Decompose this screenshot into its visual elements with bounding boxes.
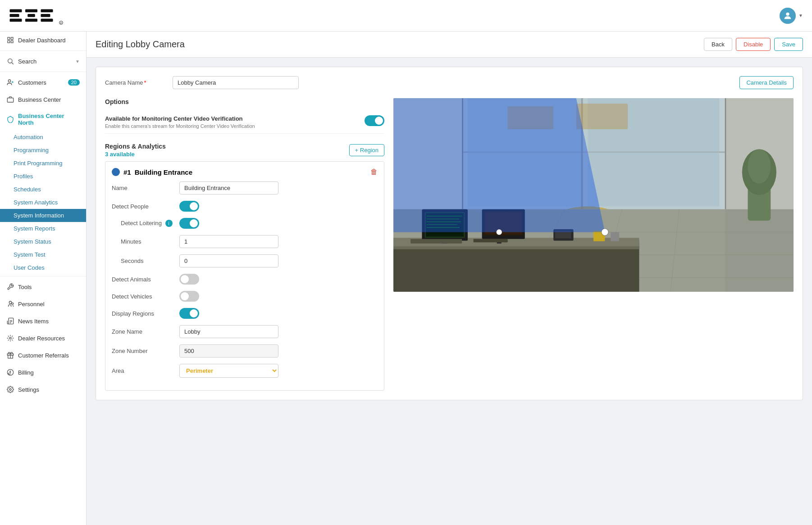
svg-point-20 xyxy=(9,301,11,303)
sidebar-divider-3 xyxy=(0,276,86,276)
save-button[interactable]: Save xyxy=(774,38,803,51)
sidebar-item-tools[interactable]: Tools xyxy=(0,278,86,295)
sidebar-item-news-items[interactable]: News Items xyxy=(0,312,86,330)
back-button[interactable]: Back xyxy=(704,38,732,51)
svg-point-78 xyxy=(602,229,608,235)
detect-people-slider xyxy=(179,201,199,212)
user-avatar xyxy=(780,8,796,24)
svg-rect-2 xyxy=(10,18,22,22)
detect-people-row: Detect People xyxy=(112,201,378,212)
detect-loitering-label-text: Detect Loitering xyxy=(121,220,162,226)
regions-header: Regions & Analytics 3 available + Region xyxy=(105,143,384,158)
display-regions-toggle[interactable] xyxy=(179,308,199,319)
detect-loitering-toggle[interactable] xyxy=(179,218,199,229)
svg-rect-12 xyxy=(8,37,10,40)
sidebar-item-dealer-dashboard[interactable]: Dealer Dashboard xyxy=(0,32,86,49)
region-block-1: #1 Building Entrance 🗑 Name xyxy=(105,161,384,391)
options-header: Options xyxy=(105,98,384,105)
submenu-item-user-codes[interactable]: User Codes xyxy=(0,261,86,274)
area-select[interactable]: Perimeter Interior Exterior xyxy=(179,364,278,378)
user-menu[interactable]: ▼ xyxy=(780,8,803,24)
seconds-label: Seconds xyxy=(112,258,175,264)
svg-rect-74 xyxy=(725,98,794,292)
user-chevron-icon: ▼ xyxy=(798,13,803,18)
sidebar-item-personnel[interactable]: Personnel xyxy=(0,295,86,312)
svg-rect-19 xyxy=(7,98,13,102)
camera-name-field-row: Camera Name xyxy=(105,76,299,89)
add-region-button[interactable]: + Region xyxy=(349,144,384,156)
display-regions-label: Display Regions xyxy=(112,310,175,317)
svg-point-24 xyxy=(9,389,11,390)
option1-desc: Enable this camera's stream for Monitori… xyxy=(105,123,255,129)
submenu-item-print-programming[interactable]: Print Programming xyxy=(0,157,86,170)
search-chevron-icon: ▼ xyxy=(75,59,80,64)
sidebar-item-dealer-resources[interactable]: Dealer Resources xyxy=(0,330,86,347)
submenu-item-system-reports[interactable]: System Reports xyxy=(0,222,86,235)
loitering-info-icon[interactable]: i xyxy=(165,220,173,227)
region-delete-icon[interactable]: 🗑 xyxy=(370,168,378,176)
submenu-item-schedules[interactable]: Schedules xyxy=(0,183,86,196)
region-name-input[interactable] xyxy=(179,181,278,195)
settings-icon xyxy=(6,385,14,394)
detect-animals-row: Detect Animals xyxy=(112,274,378,285)
sidebar-item-business-center-north[interactable]: Business Center North xyxy=(0,108,86,131)
zone-name-input[interactable] xyxy=(179,325,278,338)
submenu-item-programming[interactable]: Programming xyxy=(0,144,86,157)
content-card: Camera Name Camera Details Options Avail… xyxy=(96,67,803,400)
svg-rect-36 xyxy=(576,104,628,129)
business-center-north-label: Business Center North xyxy=(18,113,80,126)
regions-section: Regions & Analytics 3 available + Region… xyxy=(105,143,384,391)
settings-label: Settings xyxy=(18,386,39,393)
sidebar-item-customer-referrals[interactable]: Customer Referrals xyxy=(0,347,86,364)
camera-details-button[interactable]: Camera Details xyxy=(739,76,794,89)
personnel-icon xyxy=(6,300,14,308)
seconds-input[interactable] xyxy=(179,254,278,267)
submenu-item-automation[interactable]: Automation xyxy=(0,131,86,144)
personnel-label: Personnel xyxy=(18,301,45,308)
camera-name-input[interactable] xyxy=(173,76,299,89)
svg-point-21 xyxy=(12,303,14,304)
shield-icon xyxy=(6,115,14,123)
detect-people-toggle[interactable] xyxy=(179,201,199,212)
svg-rect-15 xyxy=(11,41,13,43)
option1-toggle[interactable] xyxy=(365,115,384,126)
billing-icon xyxy=(6,368,14,376)
svg-point-16 xyxy=(8,59,12,63)
detect-vehicles-toggle[interactable] xyxy=(179,291,199,302)
svg-marker-75 xyxy=(393,98,605,232)
submenu-item-system-information[interactable]: System Information xyxy=(0,209,86,222)
detect-animals-toggle[interactable] xyxy=(179,274,199,285)
option1-toggle-slider xyxy=(365,115,384,126)
region-name-label: Name xyxy=(112,185,175,191)
submenu-item-system-status[interactable]: System Status xyxy=(0,235,86,248)
sidebar-item-business-center[interactable]: Business Center xyxy=(0,91,86,108)
region-title: #1 Building Entrance xyxy=(112,168,192,176)
minutes-row: Minutes xyxy=(112,235,378,248)
sidebar-item-search[interactable]: Search ▼ xyxy=(0,53,86,70)
detect-vehicles-label: Detect Vehicles xyxy=(112,293,175,300)
detect-loitering-slider xyxy=(179,218,199,229)
disable-button[interactable]: Disable xyxy=(736,38,771,51)
sidebar-item-settings[interactable]: Settings xyxy=(0,381,86,398)
customers-label: Customers xyxy=(18,79,46,86)
regions-available: 3 available xyxy=(105,151,166,158)
submenu-item-system-test[interactable]: System Test xyxy=(0,248,86,261)
region-title-text: Building Entrance xyxy=(135,168,192,176)
app-body: Dealer Dashboard Search ▼ Customers 20 xyxy=(0,32,812,525)
minutes-input[interactable] xyxy=(179,235,278,248)
detect-loitering-label: Detect Loitering i xyxy=(112,220,175,227)
zone-name-label: Zone Name xyxy=(112,328,175,335)
svg-rect-1 xyxy=(10,14,19,17)
zone-number-input[interactable] xyxy=(179,344,278,358)
submenu-item-profiles[interactable]: Profiles xyxy=(0,170,86,183)
customer-referrals-label: Customer Referrals xyxy=(18,352,69,359)
zone-name-row: Zone Name xyxy=(112,325,378,338)
display-regions-slider xyxy=(179,308,199,319)
referrals-icon xyxy=(6,351,14,359)
sidebar-item-customers[interactable]: Customers 20 xyxy=(0,74,86,91)
svg-line-17 xyxy=(12,63,14,64)
sidebar-item-billing[interactable]: Billing xyxy=(0,364,86,381)
dealer-resources-label: Dealer Resources xyxy=(18,335,65,342)
svg-rect-8 xyxy=(41,18,53,22)
submenu-item-system-analytics[interactable]: System Analytics xyxy=(0,196,86,209)
